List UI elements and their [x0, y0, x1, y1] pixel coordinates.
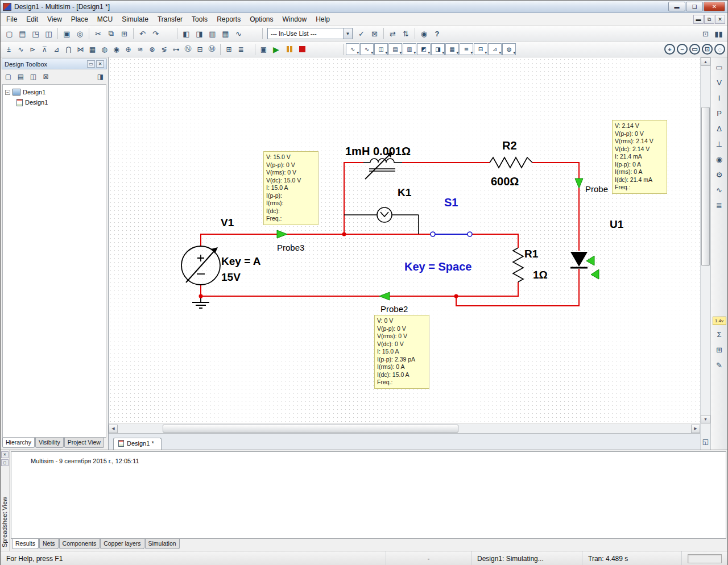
database-manager-button[interactable]: ▥: [206, 27, 219, 40]
probe1-arrow-icon[interactable]: [575, 178, 583, 188]
run-simulation-button[interactable]: ▶: [270, 43, 283, 56]
postprocessor-button[interactable]: Σ: [713, 328, 726, 340]
mdi-restore-icon[interactable]: ⧉: [704, 15, 714, 24]
power-group-button[interactable]: ⊕: [122, 44, 134, 55]
mixed-group-button[interactable]: ◍: [98, 44, 110, 55]
oscilloscope-button[interactable]: ▤▾: [388, 43, 402, 55]
pause-simulation-button[interactable]: [283, 43, 296, 56]
switch-s1[interactable]: [431, 232, 472, 236]
logic-converter-button[interactable]: ⊟▾: [474, 43, 487, 55]
tab-components[interactable]: Components: [59, 539, 100, 549]
tab-visibility[interactable]: Visibility: [35, 438, 64, 448]
maximize-icon[interactable]: ❑: [686, 2, 703, 11]
save-design-button[interactable]: ◫: [27, 71, 39, 82]
probe1-readout[interactable]: V: 2.14 V V(p-p): 0 V V(rms): 2.14 V V(d…: [612, 120, 667, 194]
menu-transfer[interactable]: Transfer: [153, 14, 187, 25]
tab-copper-layers[interactable]: Copper layers: [100, 539, 144, 549]
measurement-probe-button[interactable]: ▭: [713, 61, 726, 73]
schematic-canvas[interactable]: V1 Key = A 15V Probe3 1mH 0.001Ω K1 S1 K…: [109, 57, 700, 423]
probe1-label[interactable]: Probe: [585, 184, 608, 194]
scroll-left-icon[interactable]: ◀: [109, 425, 118, 433]
breadboard-button[interactable]: ⊞: [713, 343, 726, 356]
menu-file[interactable]: File: [2, 14, 22, 25]
probe-settings-button[interactable]: ⚙: [713, 168, 726, 181]
probe3-label[interactable]: Probe3: [277, 243, 304, 252]
frequency-counter-button[interactable]: ◨▾: [431, 43, 445, 55]
pause-at-button[interactable]: ▮▮: [712, 27, 725, 40]
forward-annotate-button[interactable]: ⇅: [399, 27, 412, 40]
iv-analyzer-button[interactable]: ⊿▾: [488, 43, 502, 55]
open-button[interactable]: ▤: [16, 27, 29, 40]
probe3-readout[interactable]: V: 15.0 V V(p-p): 0 V V(rms): 0 V V(dc):…: [263, 151, 318, 225]
reference-probe-button[interactable]: ⊥: [713, 138, 726, 150]
voltage-probe-button[interactable]: V: [713, 76, 726, 89]
basic-group-button[interactable]: ∿: [15, 44, 27, 55]
four-channel-oscilloscope-button[interactable]: ▥▾: [403, 43, 416, 55]
close-icon[interactable]: ✕: [704, 2, 725, 11]
inductor-value-label[interactable]: 1mH 0.001Ω: [345, 145, 411, 157]
dropdown-caret-icon[interactable]: ▼: [343, 28, 352, 39]
r1-name-label[interactable]: R1: [524, 248, 539, 260]
minimize-icon[interactable]: ▬: [668, 2, 685, 11]
electromechanical-group-button[interactable]: ⊶: [170, 44, 182, 55]
menu-edit[interactable]: Edit: [22, 14, 43, 25]
ni-components-button[interactable]: Ⓝ: [182, 44, 194, 55]
tab-results[interactable]: Results: [12, 539, 39, 549]
connector-group-button[interactable]: ⊟: [194, 44, 206, 55]
scroll-up-icon[interactable]: ▲: [701, 57, 710, 66]
panel-close-icon[interactable]: ✕: [96, 60, 104, 68]
tree-child-row[interactable]: Design1: [4, 97, 105, 107]
led-name-label[interactable]: U1: [610, 218, 624, 230]
probe2-readout[interactable]: V: 0 V V(p-p): 0 V V(rms): 0 V V(dc): 0 …: [374, 315, 429, 389]
hierarchical-block-button[interactable]: ⊞: [223, 44, 235, 55]
r2-name-label[interactable]: R2: [502, 139, 517, 152]
tab-simulation[interactable]: Simulation: [145, 539, 180, 549]
cut-button[interactable]: ✂: [92, 27, 105, 40]
tab-project-view[interactable]: Project View: [64, 438, 104, 448]
vertical-scrollbar[interactable]: ▲ ▼: [701, 57, 710, 423]
current-probe-button[interactable]: I: [713, 92, 726, 104]
resize-grip-icon[interactable]: [688, 554, 722, 563]
ttl-group-button[interactable]: ⋂: [63, 44, 75, 55]
rf-group-button[interactable]: ≶: [158, 44, 170, 55]
undo-button[interactable]: ↶: [136, 27, 149, 40]
switch-key-label[interactable]: Key = Space: [404, 260, 471, 273]
menu-view[interactable]: View: [43, 14, 67, 25]
wires[interactable]: [201, 163, 579, 306]
indicator-group-button[interactable]: ◉: [110, 44, 122, 55]
probe3-arrow-icon[interactable]: [277, 230, 287, 238]
component-wizard-button[interactable]: ▦: [219, 27, 232, 40]
help-button[interactable]: ?: [431, 27, 444, 40]
menu-simulate[interactable]: Simulate: [117, 14, 153, 25]
function-generator-button[interactable]: ∿▾: [360, 43, 374, 55]
bode-plotter-button[interactable]: ◩▾: [417, 43, 431, 55]
differential-probe-button[interactable]: Δ: [713, 122, 726, 135]
r1-value-label[interactable]: 1Ω: [533, 269, 548, 281]
tree-root-row[interactable]: − Design1: [4, 87, 105, 97]
menu-window[interactable]: Window: [278, 14, 312, 25]
switch-name-label[interactable]: S1: [444, 196, 458, 209]
design-toolbox-titlebar[interactable]: Design Toolbox ▭ ✕: [2, 59, 107, 69]
probe2-arrow-icon[interactable]: [379, 292, 390, 300]
scroll-right-icon[interactable]: ▶: [691, 425, 700, 433]
panel-dock-icon[interactable]: ▭: [87, 60, 95, 68]
zoom-area-button[interactable]: ▭: [689, 44, 700, 55]
zoom-full-button[interactable]: ◌: [714, 44, 725, 55]
paste-button[interactable]: ⊞: [118, 27, 131, 40]
grapher-button[interactable]: ∿: [232, 27, 245, 40]
windows-layout-button[interactable]: ⊡: [699, 27, 712, 40]
toggle-spreadsheet-button[interactable]: ◨: [193, 27, 206, 40]
source-group-button[interactable]: ±: [3, 44, 15, 55]
voltage-source-v1[interactable]: [181, 246, 220, 285]
stop-simulation-button[interactable]: [296, 43, 309, 56]
find-button[interactable]: ◉: [417, 27, 431, 40]
wattmeter-button[interactable]: ◫▾: [374, 43, 388, 55]
menu-help[interactable]: Help: [311, 14, 334, 25]
misc-group-button[interactable]: ≋: [134, 44, 146, 55]
peripherals-group-button[interactable]: ⊗: [146, 44, 158, 55]
redo-button[interactable]: ↷: [149, 27, 162, 40]
open-design-button[interactable]: ▤: [15, 71, 27, 82]
voltage-probe-icon[interactable]: 1.4v: [713, 317, 726, 325]
analog-group-button[interactable]: ⊿: [51, 44, 63, 55]
mdi-minimize-icon[interactable]: ▬: [693, 15, 704, 24]
